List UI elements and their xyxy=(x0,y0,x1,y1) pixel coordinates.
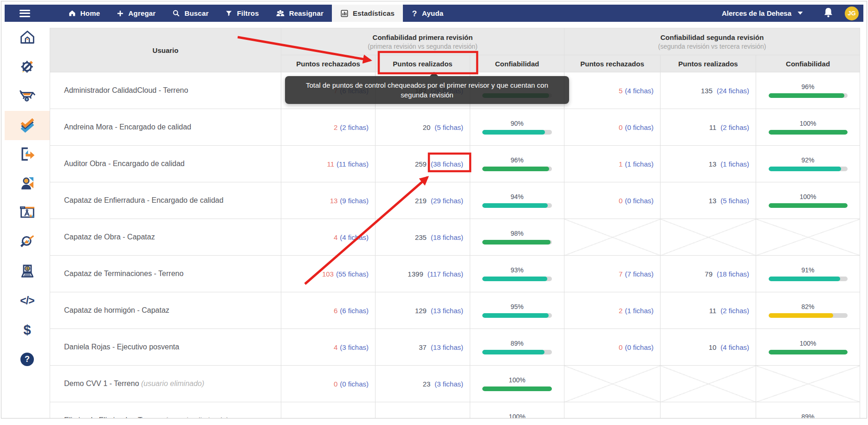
reliability-percent: 96% xyxy=(756,83,860,91)
nav-item-home[interactable]: Home xyxy=(60,5,108,22)
sidebar-item-checklists[interactable] xyxy=(5,111,50,140)
nav-item-buscar[interactable]: Buscar xyxy=(164,5,217,22)
nav-item-reasignar[interactable]: Reasignar xyxy=(267,5,332,22)
column-header-puntos-realizados-1: Puntos realizados xyxy=(376,55,470,72)
sidebar-item-inspections[interactable] xyxy=(5,228,50,257)
table-row: Auditor Obra - Encargado de calidad11(11… xyxy=(50,146,860,182)
empty-rejected-cell xyxy=(564,219,661,256)
reliability-cell: 96% xyxy=(756,72,860,109)
rejected-count: 0 xyxy=(619,197,622,205)
realized-fichas-link[interactable]: (4 fichas) xyxy=(720,417,749,419)
reliability-cell: 90% xyxy=(470,109,564,146)
reliability-bar-track xyxy=(769,277,848,281)
realized-points-cell: 79(18 fichas) xyxy=(661,256,756,292)
realized-fichas-link[interactable]: (29 fichas) xyxy=(431,197,463,205)
realized-points-cell: 1399(117 fichas) xyxy=(376,256,470,292)
sidebar-item-transfer[interactable] xyxy=(5,140,50,169)
rejected-fichas-link[interactable]: (1 fichas) xyxy=(625,160,654,168)
nav-item-estadisticas[interactable]: Estadísticas xyxy=(332,5,403,22)
user-name: Capataz de hormigón - Capataz xyxy=(64,306,169,314)
nav-item-ayuda[interactable]: ? Ayuda xyxy=(403,5,452,22)
rejected-fichas-link[interactable]: (7 fichas) xyxy=(625,270,654,278)
rejected-count: 0 xyxy=(619,123,622,131)
user-deleted-note: (usuario eliminado) xyxy=(163,416,228,419)
realized-fichas-link[interactable]: (38 fichas) xyxy=(431,160,463,168)
tooltip: Total de puntos de control chequeados po… xyxy=(285,76,569,104)
sidebar-item-billing[interactable]: $ xyxy=(5,257,50,286)
reliability-cell: 95% xyxy=(470,292,564,329)
rejected-fichas-link[interactable]: (3 fichas) xyxy=(340,343,369,351)
reliability-percent: 96% xyxy=(470,156,564,164)
realized-count: 37 xyxy=(419,343,427,351)
reliability-cell: 100% xyxy=(756,109,860,146)
realized-fichas-link[interactable]: (5 fichas) xyxy=(434,123,463,131)
user-cell: Demo CVV 1 - Terreno (usuario eliminado) xyxy=(50,366,281,402)
realized-fichas-link[interactable]: (13 fichas) xyxy=(431,307,463,315)
rejected-count: 6 xyxy=(334,307,337,315)
rejected-fichas-link[interactable]: (2 fichas) xyxy=(340,123,369,131)
rejected-fichas-link[interactable]: (0 fichas) xyxy=(625,343,654,351)
sidebar-item-developer[interactable]: </> xyxy=(5,286,50,316)
reliability-percent: 89% xyxy=(756,413,860,419)
rejected-points-cell: 2(2 fichas) xyxy=(281,109,376,146)
rejected-fichas-link[interactable]: (4 fichas) xyxy=(625,87,654,95)
group-subtitle: (primera revisión vs segunda revisión) xyxy=(281,43,564,50)
realized-count: 259 xyxy=(415,160,427,168)
sidebar-item-materials[interactable] xyxy=(5,82,50,111)
realized-fichas-link[interactable]: (24 fichas) xyxy=(717,87,749,95)
hamburger-menu-button[interactable] xyxy=(5,5,41,22)
realized-points-cell: 23(3 fichas) xyxy=(376,366,470,402)
realized-fichas-link[interactable]: (7 fichas) xyxy=(434,417,463,419)
account-selector[interactable]: Alerces de la Dehesa xyxy=(722,9,803,17)
realized-fichas-link[interactable]: (13 fichas) xyxy=(431,343,463,351)
realized-count: 10 xyxy=(709,343,717,351)
reliability-bar-track xyxy=(482,167,552,171)
realized-fichas-link[interactable]: (4 fichas) xyxy=(720,343,749,351)
column-header-confiabilidad-1: Confiabilidad xyxy=(470,55,564,72)
reliability-cell: 82% xyxy=(756,292,860,329)
rejected-points-cell: 11(11 fichas) xyxy=(281,146,376,182)
rejected-fichas-link[interactable]: (6 fichas) xyxy=(340,307,369,315)
table-row: Capataz de Terminaciones - Terreno103(55… xyxy=(50,256,860,292)
rejected-count: 4 xyxy=(334,343,337,351)
nav-item-agregar[interactable]: Agregar xyxy=(108,5,164,22)
empty-rejected-cell xyxy=(564,366,661,402)
rejected-count: 1 xyxy=(619,160,622,168)
realized-fichas-link[interactable]: (3 fichas) xyxy=(434,380,463,388)
rejected-fichas-link[interactable]: (0 fichas) xyxy=(340,417,369,419)
rejected-fichas-link[interactable]: (11 fichas) xyxy=(337,160,369,168)
realized-fichas-link[interactable]: (18 fichas) xyxy=(717,270,749,278)
realized-fichas-link[interactable]: (1 fichas) xyxy=(720,160,749,168)
rejected-fichas-link[interactable]: (9 fichas) xyxy=(340,197,369,205)
sidebar-item-payments[interactable]: $ xyxy=(5,316,50,345)
nav-label: Agregar xyxy=(128,9,155,17)
group-title: Confiabilidad primera revisión xyxy=(281,33,564,41)
sidebar-item-home[interactable] xyxy=(5,23,50,52)
nav-item-filtros[interactable]: Filtros xyxy=(217,5,267,22)
table-row: Demo CVV 1 - Terreno (usuario eliminado)… xyxy=(50,366,860,402)
rejected-count: 2 xyxy=(334,123,337,131)
nav-label: Reasignar xyxy=(289,9,324,17)
reliability-bar-fill xyxy=(482,240,551,245)
sidebar-item-help[interactable]: ? xyxy=(5,345,50,374)
realized-fichas-link[interactable]: (117 fichas) xyxy=(428,270,463,278)
sidebar-item-settings[interactable] xyxy=(5,52,50,82)
realized-fichas-link[interactable]: (18 fichas) xyxy=(431,233,463,241)
reliability-percent: 100% xyxy=(756,120,860,128)
rejected-fichas-link[interactable]: (1 fichas) xyxy=(625,307,654,315)
avatar[interactable]: JG xyxy=(845,6,859,20)
rejected-fichas-link[interactable]: (1 fichas) xyxy=(625,417,654,419)
sidebar: $ </> $ ? xyxy=(5,22,50,419)
notifications-bell-icon[interactable] xyxy=(823,7,834,20)
rejected-fichas-link[interactable]: (0 fichas) xyxy=(340,380,369,388)
rejected-fichas-link[interactable]: (4 fichas) xyxy=(340,233,369,241)
rejected-fichas-link[interactable]: (0 fichas) xyxy=(625,197,654,205)
user-name: Eliminado Eliminado - Terreno xyxy=(64,416,163,419)
realized-fichas-link[interactable]: (2 fichas) xyxy=(720,123,749,131)
sidebar-item-planning[interactable] xyxy=(5,199,50,228)
realized-fichas-link[interactable]: (5 fichas) xyxy=(720,197,749,205)
realized-fichas-link[interactable]: (2 fichas) xyxy=(720,307,749,315)
rejected-fichas-link[interactable]: (0 fichas) xyxy=(625,123,654,131)
sidebar-item-users[interactable] xyxy=(5,169,50,199)
rejected-fichas-link[interactable]: (55 fichas) xyxy=(336,270,369,278)
